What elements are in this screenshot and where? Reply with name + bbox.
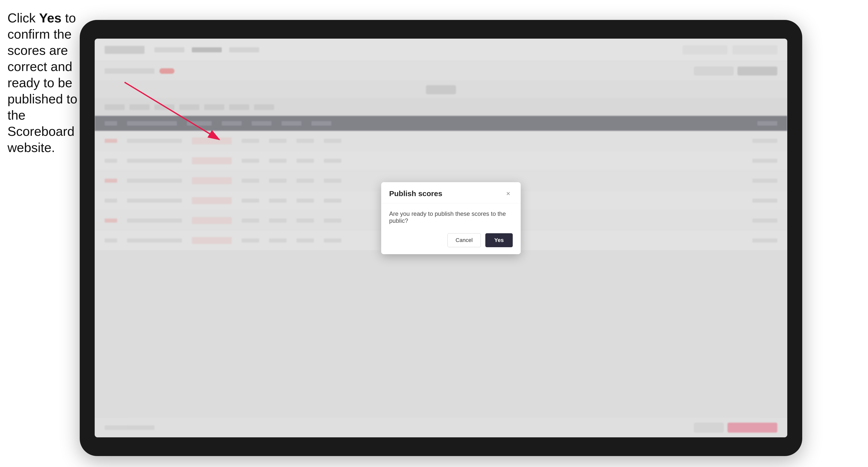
modal-header: Publish scores × bbox=[381, 182, 521, 204]
instruction-bold: Yes bbox=[39, 11, 62, 25]
modal-actions: Cancel Yes bbox=[389, 233, 513, 247]
modal-body: Are you ready to publish these scores to… bbox=[381, 204, 521, 254]
publish-scores-modal: Publish scores × Are you ready to publis… bbox=[381, 182, 521, 254]
modal-message: Are you ready to publish these scores to… bbox=[389, 210, 513, 224]
modal-title: Publish scores bbox=[389, 189, 442, 198]
modal-close-button[interactable]: × bbox=[504, 189, 513, 198]
tablet-device: Publish scores × Are you ready to publis… bbox=[80, 20, 802, 456]
yes-button[interactable]: Yes bbox=[485, 233, 513, 247]
tablet-screen: Publish scores × Are you ready to publis… bbox=[95, 39, 787, 437]
modal-overlay: Publish scores × Are you ready to publis… bbox=[95, 39, 787, 437]
cancel-button[interactable]: Cancel bbox=[447, 233, 481, 247]
instruction-text: Click Yes to confirm the scores are corr… bbox=[7, 10, 80, 156]
